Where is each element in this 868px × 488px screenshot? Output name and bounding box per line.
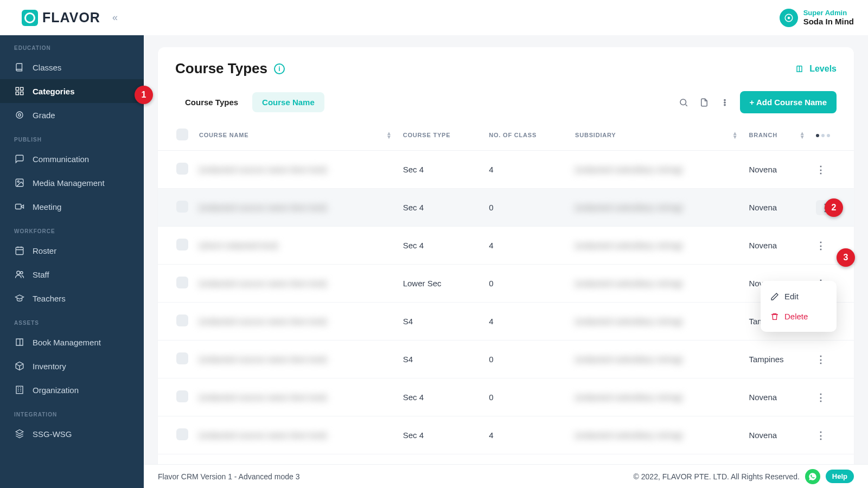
table-row[interactable]: (redacted course name item text)Sec 44(r… [158,151,854,189]
row-kebab-icon[interactable]: ⋮ [816,392,826,403]
sidebar-item-roster[interactable]: Roster [0,239,144,262]
cell-branch: Novena [743,189,810,227]
cell-subsidiary: (redacted subsidiary string) [575,317,682,326]
cell-course-name: (redacted course name item text) [199,431,327,440]
cell-no-of-class: 0 [483,265,570,303]
user-menu[interactable]: Super Admin Soda In Mind [780,9,854,27]
row-checkbox[interactable] [176,277,188,288]
sidebar-item-media-management[interactable]: Media Management [0,171,144,195]
row-checkbox[interactable] [176,352,188,364]
sort-icon[interactable]: ▲▼ [800,131,806,139]
avatar-icon [780,9,798,27]
add-course-name-button[interactable]: + Add Course Name [740,91,837,113]
col-course-type[interactable]: COURSE TYPE [398,120,484,151]
brand-logo[interactable]: FLAVOR [22,10,100,26]
table-row[interactable]: (redacted course name item text)Lower Se… [158,265,854,303]
collapse-sidebar-icon[interactable]: « [112,12,118,23]
cell-course-name: (redacted course name item text) [199,279,327,288]
cell-course-name: (redacted course name item text) [199,393,327,402]
users-icon [14,269,25,280]
context-delete[interactable]: Delete [761,306,837,326]
tab-course-types[interactable]: Course Types [175,92,248,112]
row-context-menu: Edit Delete [761,281,837,332]
sort-icon[interactable]: ▲▼ [386,131,392,139]
svg-point-9 [17,181,19,182]
sidebar-item-classes[interactable]: Classes [0,55,144,79]
table-row[interactable]: (redacted course name item text)S40(reda… [158,341,854,378]
svg-point-17 [724,101,725,102]
sidebar-item-staff[interactable]: Staff [0,262,144,286]
cell-no-of-class: 4 [483,151,570,189]
row-kebab-icon[interactable]: ⋮ [816,430,826,441]
col-subsidiary[interactable]: SUBSIDIARY▲▼ [570,120,743,151]
sidebar-item-meeting[interactable]: Meeting [0,195,144,219]
sidebar-item-teachers[interactable]: Teachers [0,286,144,310]
cell-subsidiary: (redacted subsidiary string) [575,241,682,250]
tab-course-name[interactable]: Course Name [252,92,324,112]
row-checkbox[interactable] [176,390,188,402]
row-checkbox[interactable] [176,239,188,251]
cell-course-type: Sec 4 [398,189,484,227]
content-card: Course Types i Levels Course TypesCourse… [158,47,854,488]
cell-no-of-class: 0 [483,341,570,378]
cap-icon [14,293,25,304]
cell-subsidiary: (redacted subsidiary string) [575,279,682,288]
nav-section-title: WORKFORCE [0,219,144,239]
sidebar-item-communication[interactable]: Communication [0,147,144,171]
table-row[interactable]: (redacted course name item text)S44(reda… [158,303,854,341]
column-pager-icon[interactable] [816,134,830,137]
levels-button[interactable]: Levels [795,64,837,74]
bld-icon [14,384,25,395]
sidebar-item-inventory[interactable]: Inventory [0,354,144,378]
sidebar-item-grade[interactable]: Grade [0,103,144,127]
row-checkbox[interactable] [176,428,188,440]
table-row[interactable]: (redacted course name item text)Sec 44(r… [158,416,854,454]
svg-point-15 [680,99,686,105]
table-row[interactable]: (short redacted text)Sec 44(redacted sub… [158,227,854,265]
box-icon [14,361,25,371]
svg-point-16 [724,99,725,100]
table-row[interactable]: (redacted course name item text)Sec 40(r… [158,189,854,227]
row-kebab-icon[interactable]: ⋮ [816,354,826,365]
cell-branch: Novena [743,416,810,454]
col-branch[interactable]: BRANCH▲▼ [743,120,810,151]
sidebar-item-organization[interactable]: Organization [0,378,144,402]
cell-course-type: Sec 4 [398,378,484,416]
cell-branch: Novena [743,151,810,189]
search-icon[interactable] [678,97,689,108]
col-course-name[interactable]: COURSE NAME▲▼ [194,120,398,151]
annotation-badge-1: 1 [135,86,153,104]
select-all-checkbox[interactable] [176,129,188,140]
sidebar-item-ssg-wsg[interactable]: SSG-WSG [0,422,144,446]
sidebar-item-categories[interactable]: Categories [0,79,144,103]
col-no-of-class[interactable]: NO. OF CLASS [483,120,570,151]
context-edit[interactable]: Edit [761,286,837,306]
cell-course-type: S4 [398,341,484,378]
export-icon[interactable] [699,97,710,108]
table-row[interactable]: (redacted course name item text)Sec 40(r… [158,378,854,416]
nav-section-title: EDUCATION [0,35,144,55]
sidebar-item-book-management[interactable]: Book Management [0,330,144,354]
footer: Flavor CRM Version 1 - Advanced mode 3 ©… [144,464,868,488]
row-kebab-icon[interactable]: ⋮ [816,240,826,251]
image-icon [14,177,25,188]
row-checkbox[interactable] [176,314,188,326]
help-button[interactable]: Help [826,470,854,483]
info-icon[interactable]: i [274,63,285,74]
row-kebab-icon[interactable]: ⋮ [816,164,826,175]
row-checkbox[interactable] [176,201,188,213]
svg-point-6 [16,112,23,118]
cell-course-type: S4 [398,303,484,341]
page-title: Course Types [175,60,267,77]
more-icon[interactable] [719,97,730,108]
svg-rect-14 [16,386,23,394]
user-name: Soda In Mind [803,17,854,27]
sidebar: EDUCATIONClassesCategoriesGradePUBLISHCo… [0,35,144,488]
annotation-badge-2: 2 [825,198,843,217]
sort-icon[interactable]: ▲▼ [732,131,738,139]
book-icon [14,62,25,73]
cell-branch: Novena [743,227,810,265]
whatsapp-icon[interactable] [805,469,820,484]
cell-course-type: Sec 4 [398,151,484,189]
row-checkbox[interactable] [176,163,188,175]
